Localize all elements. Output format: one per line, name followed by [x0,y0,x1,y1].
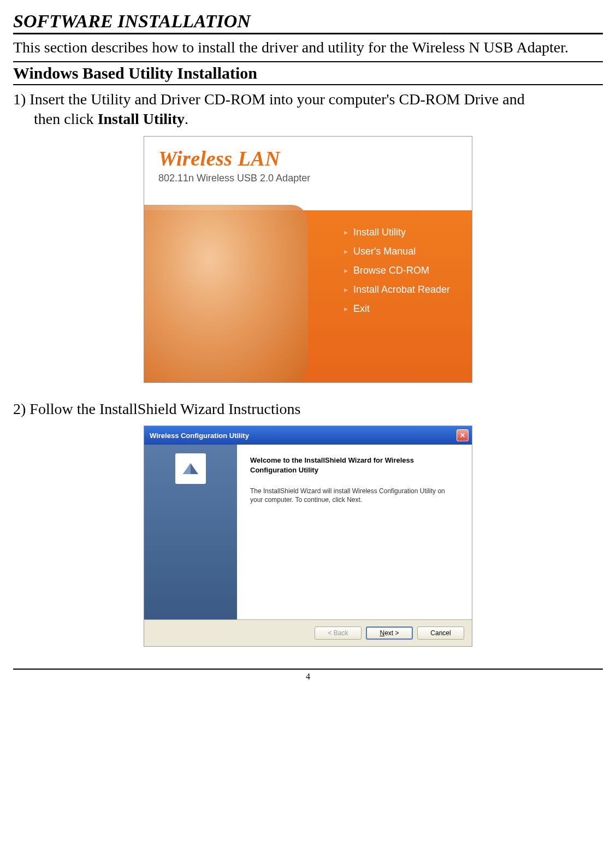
page-number: 4 [306,672,310,681]
next-button[interactable]: Next > [366,626,413,640]
step-1-line1: 1) Insert the Utility and Driver CD-ROM … [13,91,525,108]
autorun-subtitle: 802.11n Wireless USB 2.0 Adapter [158,173,458,184]
autorun-title: Wireless LAN [158,146,458,170]
installer-window: Wireless Configuration Utility ✕ Welcome… [144,425,472,647]
autorun-screenshot: Wireless LAN 802.11n Wireless USB 2.0 Ad… [144,136,472,383]
step-1-bold: Install Utility [98,110,185,127]
menu-browse-cdrom[interactable]: Browse CD-ROM [344,265,450,276]
autorun-header: Wireless LAN 802.11n Wireless USB 2.0 Ad… [144,137,472,210]
subsection-title: Windows Based Utility Installation [13,61,603,85]
installer-sidebar [144,445,237,619]
autorun-body: Install Utility User's Manual Browse CD-… [144,210,472,382]
menu-install-utility[interactable]: Install Utility [344,227,450,238]
product-photo-placeholder [144,205,308,383]
cancel-button[interactable]: Cancel [417,626,464,640]
installer-titlebar: Wireless Configuration Utility ✕ [144,426,472,445]
menu-install-acrobat[interactable]: Install Acrobat Reader [344,284,450,295]
svg-marker-1 [183,463,191,474]
page-footer: 4 [13,669,603,682]
step-1-line2-pre: then click [34,110,98,127]
intro-paragraph: This section describes how to install th… [13,38,603,57]
step-2-text: 2) Follow the InstallShield Wizard Instr… [13,399,603,419]
installer-footer: < Back Next > Cancel [144,619,472,646]
installer-welcome-heading: Welcome to the InstallShield Wizard for … [250,456,459,475]
installshield-icon [175,453,206,484]
menu-exit[interactable]: Exit [344,303,450,315]
next-accesskey: N [380,629,384,637]
section-title: SOFTWARE INSTALLATION [13,11,603,34]
installer-title: Wireless Configuration Utility [150,432,249,440]
autorun-menu: Install Utility User's Manual Browse CD-… [344,227,450,315]
installer-body: Welcome to the InstallShield Wizard for … [144,445,472,619]
installer-welcome-body: The InstallShield Wizard will install Wi… [250,487,459,505]
close-icon: ✕ [460,432,465,439]
step-1-text: 1) Insert the Utility and Driver CD-ROM … [13,90,603,129]
next-label-rest: ext > [384,629,399,637]
step-1-suffix: . [185,110,188,127]
installer-main-panel: Welcome to the InstallShield Wizard for … [237,445,472,619]
back-button: < Back [315,626,362,640]
close-button[interactable]: ✕ [457,429,469,441]
menu-users-manual[interactable]: User's Manual [344,246,450,257]
